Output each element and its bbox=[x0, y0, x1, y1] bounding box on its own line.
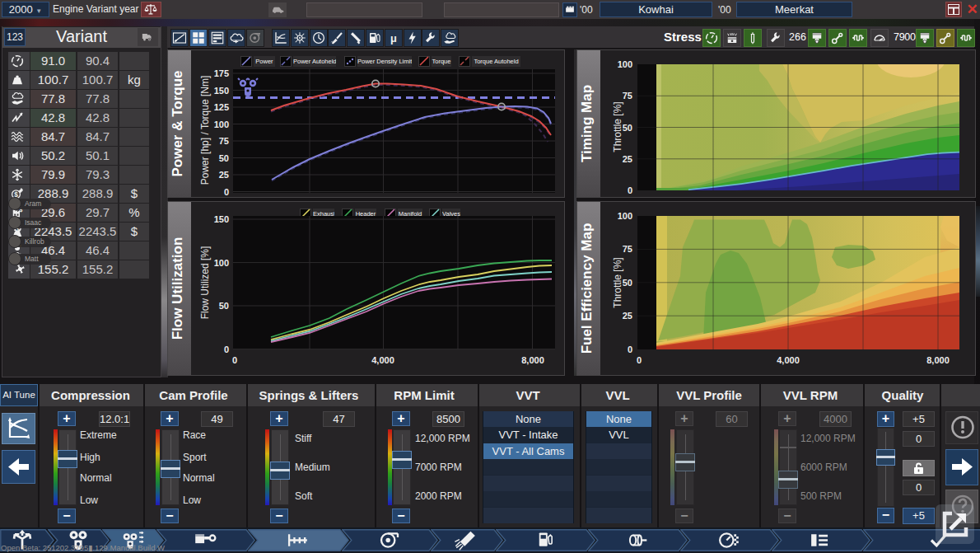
svg-text:μ: μ bbox=[390, 32, 397, 45]
